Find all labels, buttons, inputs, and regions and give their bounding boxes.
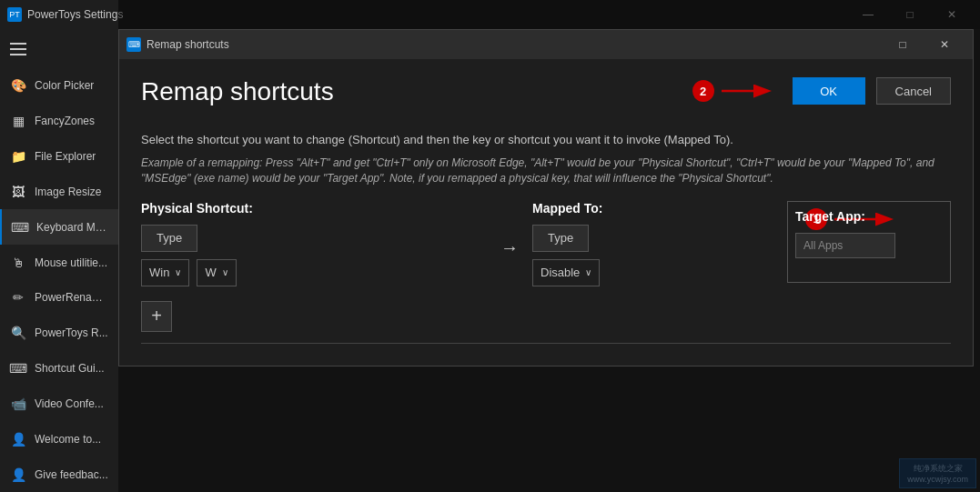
- dialog-controls: □ ✕: [882, 30, 965, 59]
- give-feedback-icon: 👤: [9, 466, 27, 484]
- dialog-body: Remap shortcuts 2 OK: [119, 59, 973, 366]
- sidebar-item-label: File Explorer: [35, 150, 96, 163]
- physical-type-button[interactable]: Type: [141, 225, 197, 252]
- mouse-utilities-icon: 🖱: [9, 254, 27, 272]
- sidebar-item-file-explorer[interactable]: 📁 File Explorer: [0, 139, 118, 175]
- mapped-to-header: Mapped To:: [532, 201, 787, 216]
- sidebar-item-label: Image Resize: [35, 186, 101, 198]
- physical-type-row: Type: [141, 225, 487, 252]
- sidebar-item-welcome[interactable]: 👤 Welcome to...: [0, 421, 118, 457]
- cancel-button[interactable]: Cancel: [876, 77, 951, 105]
- powertoys-run-icon: 🔍: [9, 324, 27, 342]
- image-resize-icon: 🖼: [9, 183, 27, 201]
- mapped-to-column: Mapped To: Type Disable ∨: [532, 201, 787, 286]
- dialog-title-icon: ⌨: [126, 37, 141, 52]
- sidebar-item-video-conference[interactable]: 📹 Video Confe...: [0, 386, 118, 421]
- modal-overlay: ⌨ Remap shortcuts □ ✕ Remap shortcuts: [118, 29, 980, 492]
- hamburger-line: [10, 54, 26, 55]
- add-mapping-button[interactable]: +: [141, 301, 172, 332]
- dialog-titlebar: ⌨ Remap shortcuts □ ✕: [119, 30, 973, 59]
- color-picker-icon: 🎨: [9, 76, 27, 95]
- physical-shortcut-header: Physical Shortcut:: [141, 201, 487, 216]
- app-icon: PT: [7, 7, 22, 22]
- fancyzones-icon: ▦: [9, 112, 27, 130]
- physical-keys-row: Win ∨ W ∨: [141, 259, 487, 286]
- sidebar-item-label: Color Picker: [35, 79, 94, 92]
- dialog-heading: Remap shortcuts: [141, 77, 334, 106]
- sidebar-item-label: PowerRenam...: [35, 291, 109, 304]
- main-content: 🎨 Color Picker ▦ FancyZones 📁 File Explo…: [0, 29, 980, 492]
- sidebar-item-label: Give feedbac...: [35, 468, 108, 481]
- example-text: Example of a remapping: Press "Alt+T" an…: [141, 156, 951, 186]
- sidebar-item-give-feedback[interactable]: 👤 Give feedbac...: [0, 457, 118, 492]
- target-app-column: Target App: All Apps: [787, 201, 951, 283]
- mapped-type-row: Type: [532, 225, 787, 252]
- file-explorer-icon: 📁: [9, 147, 27, 166]
- ok-button[interactable]: OK: [793, 77, 865, 105]
- mapping-arrow: →: [487, 201, 532, 258]
- mapped-type-button[interactable]: Type: [532, 225, 589, 252]
- sidebar-item-label: Welcome to...: [35, 433, 101, 446]
- sidebar-item-label: PowerToys R...: [35, 326, 108, 339]
- remap-shortcuts-dialog: ⌨ Remap shortcuts □ ✕ Remap shortcuts: [118, 29, 974, 366]
- target-app-header: Target App:: [795, 209, 943, 224]
- video-conference-icon: 📹: [9, 395, 27, 413]
- dialog-title-text: Remap shortcuts: [146, 38, 882, 51]
- sidebar-item-label: Video Confe...: [35, 397, 104, 410]
- divider: [141, 343, 951, 344]
- sidebar-item-mouse-utilities[interactable]: 🖱 Mouse utilitie...: [0, 245, 118, 280]
- mapping-row: Physical Shortcut: Type Win ∨ W: [141, 201, 951, 286]
- mapped-value-row: Disable ∨: [532, 259, 787, 286]
- annotation-2-circle: 2: [692, 80, 714, 102]
- chevron-down-icon: ∨: [222, 267, 228, 277]
- powerrename-icon: ✏: [9, 288, 27, 306]
- hamburger-button[interactable]: [0, 33, 36, 65]
- sidebar-item-label: FancyZones: [35, 115, 95, 127]
- sidebar-item-powerrename[interactable]: ✏ PowerRenam...: [0, 280, 118, 316]
- physical-key2-dropdown[interactable]: W ∨: [197, 259, 236, 286]
- keyboard-manager-icon: ⌨: [11, 218, 29, 236]
- sidebar-item-shortcut-guide[interactable]: ⌨ Shortcut Gui...: [0, 351, 118, 387]
- sidebar-item-fancyzones[interactable]: ▦ FancyZones: [0, 104, 118, 139]
- dialog-maximize-button[interactable]: □: [882, 30, 924, 59]
- sidebar-item-powertoys-run[interactable]: 🔍 PowerToys R...: [0, 316, 118, 351]
- app-window: PT PowerToys Settings — □ ✕ 🎨 Color Pick…: [0, 0, 980, 492]
- sidebar-item-keyboard-manager[interactable]: ⌨ Keyboard Ma...: [0, 209, 118, 245]
- target-app-input[interactable]: All Apps: [795, 233, 895, 258]
- target-app-placeholder: All Apps: [803, 239, 843, 252]
- sidebar-item-image-resize[interactable]: 🖼 Image Resize: [0, 175, 118, 210]
- sidebar-item-color-picker[interactable]: 🎨 Color Picker: [0, 68, 118, 104]
- shortcut-guide-icon: ⌨: [9, 359, 27, 377]
- sidebar-item-label: Shortcut Gui...: [35, 362, 105, 375]
- dialog-close-button[interactable]: ✕: [924, 30, 965, 59]
- description-text: Select the shortcut you want to change (…: [141, 132, 951, 148]
- annotation-2-arrow: [720, 82, 774, 100]
- physical-key1-dropdown[interactable]: Win ∨: [141, 259, 189, 286]
- chevron-down-icon: ∨: [175, 267, 181, 277]
- sidebar-item-label: Keyboard Ma...: [36, 221, 109, 234]
- welcome-icon: 👤: [9, 430, 27, 448]
- chevron-down-icon: ∨: [585, 267, 591, 277]
- sidebar: 🎨 Color Picker ▦ FancyZones 📁 File Explo…: [0, 29, 118, 492]
- hamburger-line: [10, 48, 26, 50]
- mapped-value-dropdown[interactable]: Disable ∨: [532, 259, 600, 286]
- sidebar-item-label: Mouse utilitie...: [35, 256, 107, 269]
- hamburger-line: [10, 43, 26, 45]
- physical-shortcut-column: Physical Shortcut: Type Win ∨ W: [141, 201, 487, 286]
